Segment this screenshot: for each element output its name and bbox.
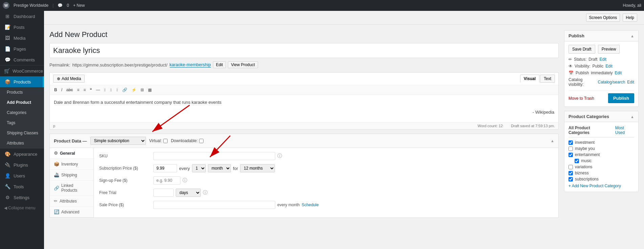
product-title-input[interactable] [49, 43, 559, 58]
bizness-checkbox[interactable] [568, 171, 573, 175]
sidebar-item-plugins[interactable]: 🔌 Plugins [0, 159, 44, 170]
sidebar-item-appearance[interactable]: 🎨 Appearance [0, 149, 44, 159]
subscription-period-select[interactable]: 1 2 3 [192, 164, 206, 172]
sidebar-item-dashboard[interactable]: ⊞ Dashboard [0, 11, 44, 22]
sidebar-item-media[interactable]: 🖼 Media [0, 33, 44, 43]
collapse-label: Collapse menu [8, 206, 35, 210]
add-media-label: Add Media [62, 76, 81, 81]
variations-checkbox[interactable] [568, 165, 573, 169]
schedule-link[interactable]: Schedule [302, 203, 319, 207]
tab-general[interactable]: ⚙ General [50, 148, 93, 159]
sidebar-sub-add-product[interactable]: Add Product [0, 97, 44, 108]
product-data-collapse-icon[interactable]: ▲ [551, 139, 554, 143]
sidebar-item-comments[interactable]: 💬 Comments [0, 54, 44, 65]
edit-permalink-button[interactable]: Edit [213, 61, 226, 68]
sidebar-item-tools[interactable]: 🔧 Tools [0, 181, 44, 192]
permalink-slug[interactable]: karaoke-membership [170, 62, 211, 68]
signup-fee-label: Sign-up Fee ($) [99, 178, 153, 183]
insert-table-button[interactable]: ⊞ [139, 87, 146, 93]
link-button[interactable]: 🔗 [121, 87, 129, 93]
maybe-you-label: maybe you [575, 146, 595, 151]
status-edit-link[interactable]: Edit [599, 57, 606, 62]
sidebar-item-woocommerce[interactable]: 🛒 WooCommerce [0, 65, 44, 76]
sku-input[interactable] [153, 152, 275, 160]
text-tab[interactable]: Text [540, 75, 555, 83]
subscriptions-checkbox[interactable] [568, 177, 573, 181]
sidebar-item-settings[interactable]: ⚙ Settings [0, 192, 44, 203]
hr-button[interactable]: — [94, 87, 102, 93]
investment-checkbox[interactable] [568, 140, 573, 145]
sidebar-sub-products-list[interactable]: Products [0, 87, 44, 97]
sidebar-label-tools: Tools [14, 184, 24, 189]
sidebar-sub-products-label: Products [7, 90, 23, 95]
categories-title: Product Categories [568, 114, 609, 119]
italic-button[interactable]: I [60, 87, 64, 93]
sidebar-sub-tags[interactable]: Tags [0, 118, 44, 128]
help-button[interactable]: Help [623, 14, 637, 22]
entertainment-checkbox[interactable] [568, 153, 573, 157]
all-categories-tab[interactable]: All Product Categories [568, 126, 611, 135]
catalog-value-link[interactable]: Catalog/search [598, 80, 625, 84]
collapse-menu[interactable]: ◀ Collapse menu [0, 203, 44, 213]
tab-attributes[interactable]: ✏ Attributes [50, 196, 93, 207]
maybe-you-checkbox[interactable] [568, 147, 573, 151]
signup-fee-input[interactable] [153, 176, 180, 185]
virtual-checkbox[interactable] [163, 139, 168, 143]
sidebar-item-users[interactable]: 👤 Users [0, 170, 44, 181]
downloadable-checkbox[interactable] [199, 139, 203, 143]
sidebar-sub-tags-label: Tags [7, 120, 15, 125]
product-type-select[interactable]: Simple product Grouped product External/… [90, 137, 146, 145]
unlink-button[interactable]: ⚡ [130, 87, 138, 93]
view-product-button[interactable]: View Product [228, 61, 258, 68]
tab-linked-products[interactable]: 🔗 Linked Products [50, 180, 93, 196]
preview-button[interactable]: Preview [598, 45, 620, 54]
bold-button[interactable]: B [52, 87, 59, 93]
category-list: investment maybe you entertainment [568, 140, 634, 181]
publish-button[interactable]: Publish [608, 93, 634, 103]
free-trial-input[interactable] [153, 189, 174, 197]
categories-metabox-header[interactable]: Product Categories ▲ [564, 111, 638, 122]
align-right-button[interactable]: ⫶ [114, 87, 120, 93]
catalog-edit-link[interactable]: Edit [627, 80, 634, 84]
ol-button[interactable]: ≡ [82, 87, 87, 93]
sidebar-sub-attributes[interactable]: Attributes [0, 138, 44, 148]
sidebar-item-pages[interactable]: 📄 Pages [0, 43, 44, 54]
sale-price-input[interactable] [153, 201, 275, 209]
subscription-length-select[interactable]: Never expire 1 month 6 months 12 months [240, 164, 275, 172]
most-used-categories-tab[interactable]: Most Used [615, 126, 634, 135]
align-left-button[interactable]: ⫶ [102, 87, 108, 93]
sidebar-sub-shipping-classes[interactable]: Shipping Classes [0, 128, 44, 138]
free-trial-period-select[interactable]: days weeks months [176, 189, 201, 197]
site-name[interactable]: Prestige Worldwide [14, 3, 48, 8]
blockquote-button[interactable]: ❝ [88, 87, 93, 93]
move-to-trash-link[interactable]: Move to Trash [568, 96, 594, 101]
sidebar-item-posts[interactable]: 📝 Posts [0, 22, 44, 33]
screen-options-button[interactable]: Screen Options [586, 14, 620, 22]
add-new-category-link[interactable]: + Add New Product Category [568, 184, 634, 188]
categories-metabox: Product Categories ▲ All Product Categor… [564, 111, 639, 192]
new-item-btn[interactable]: + New [73, 3, 85, 8]
subscription-interval-select[interactable]: day week month year [208, 164, 231, 172]
save-draft-button[interactable]: Save Draft [568, 45, 595, 54]
word-count-label: Word count: [477, 124, 497, 128]
align-center-button[interactable]: ⫶ [108, 87, 114, 93]
visual-tab[interactable]: Visual [520, 75, 539, 83]
strikethrough-button[interactable]: abc [65, 87, 74, 93]
tab-inventory[interactable]: 📦 Inventory [50, 159, 93, 170]
subscription-price-input[interactable] [153, 164, 177, 172]
publish-metabox-header[interactable]: Publish ▲ [564, 31, 638, 41]
tab-advanced[interactable]: 🔄 Advanced [50, 207, 93, 217]
publish-date-edit-link[interactable]: Edit [615, 71, 622, 75]
comment-count[interactable]: 0 [67, 3, 69, 8]
category-tabs: All Product Categories Most Used [568, 126, 634, 137]
add-media-button[interactable]: ⊕ Add Media [53, 75, 85, 83]
more-toolbar-button[interactable]: ▦ [146, 87, 153, 93]
sidebar-item-products[interactable]: 📦 Products [0, 76, 44, 87]
music-checkbox[interactable] [575, 159, 579, 163]
sidebar-sub-categories[interactable]: Categories [0, 108, 44, 118]
wp-logo-icon: W [3, 2, 9, 9]
visibility-edit-link[interactable]: Edit [605, 64, 613, 69]
tab-shipping[interactable]: 🚢 Shipping [50, 170, 93, 180]
editor-content[interactable]: Dale and Brennan form a successful enter… [50, 95, 558, 122]
ul-button[interactable]: ≡ [75, 87, 81, 93]
